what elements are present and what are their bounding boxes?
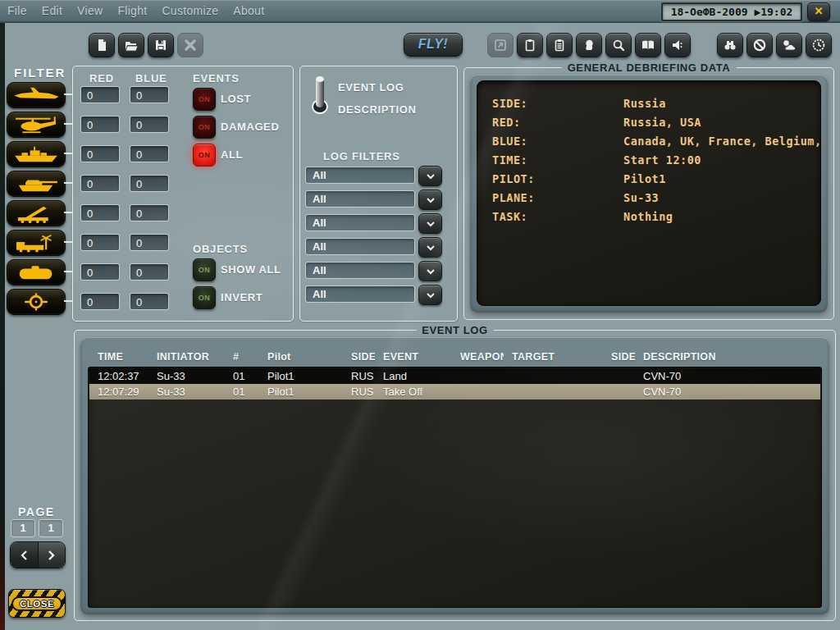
log-filter-2-value[interactable]: All — [305, 190, 415, 208]
objects-showall-label: SHOW ALL — [221, 263, 281, 276]
blue-count-tank[interactable]: 0 — [130, 175, 169, 192]
log-view-description-option[interactable]: DESCRIPTION — [338, 103, 416, 116]
pilot-log-button[interactable] — [576, 33, 602, 57]
objects-invert-label: INVERT — [221, 291, 262, 304]
blue-count-target[interactable]: 0 — [130, 293, 169, 310]
blue-count-ship[interactable]: 0 — [130, 145, 169, 162]
blue-column-header: BLUE — [135, 72, 167, 84]
cell-event: Land — [375, 368, 452, 384]
padlock-view-button[interactable] — [717, 33, 743, 57]
window-close-button[interactable]: ✕ — [807, 2, 830, 21]
log-filter-1-dropdown-button[interactable] — [418, 166, 442, 186]
open-file-button[interactable] — [118, 33, 144, 57]
page-current-field[interactable]: 1 — [11, 519, 35, 537]
red-count-target[interactable]: 0 — [80, 293, 120, 310]
ship-icon — [11, 144, 62, 164]
filter-tank-button[interactable] — [7, 171, 66, 197]
filter-helicopter-button[interactable] — [7, 112, 66, 138]
fly-button[interactable]: FLY! — [404, 33, 463, 57]
filter-ship-button[interactable] — [7, 141, 66, 167]
blue-count-airplane[interactable]: 0 — [130, 86, 169, 103]
log-filter-6-value[interactable]: All — [305, 285, 415, 303]
log-filter-2-dropdown-button[interactable] — [418, 189, 442, 210]
log-filter-1-value[interactable]: All — [305, 167, 415, 184]
new-file-button[interactable] — [89, 33, 115, 57]
events-damaged-toggle[interactable]: ON — [193, 116, 216, 139]
log-filter-4-dropdown-button[interactable] — [418, 237, 442, 258]
col-header-time: TIME — [89, 351, 148, 366]
objects-invert-toggle[interactable]: ON — [193, 286, 216, 309]
new-file-icon — [94, 38, 109, 52]
log-filter-5-dropdown-button[interactable] — [418, 261, 442, 281]
red-count-airplane[interactable]: 0 — [80, 86, 120, 103]
events-all-toggle[interactable]: ON — [193, 144, 216, 167]
filter-fueltank-button[interactable] — [7, 259, 66, 285]
log-filter-3-value[interactable]: All — [305, 214, 415, 231]
weather-button[interactable] — [776, 33, 802, 57]
col-header-target: TARGET — [504, 351, 603, 366]
next-page-button[interactable] — [39, 542, 66, 568]
menu-view[interactable]: View — [70, 4, 110, 17]
menu-file[interactable]: File — [0, 4, 34, 17]
red-count-ship[interactable]: 0 — [80, 145, 120, 162]
filter-target-button[interactable] — [7, 289, 66, 315]
debrief-field-label: PILOT: — [492, 172, 623, 185]
red-count-helicopter[interactable]: 0 — [80, 116, 120, 133]
col-header-weapon: WEAPON — [452, 351, 504, 366]
col-header-pilot: Pilot — [259, 351, 343, 366]
events-section-title: EVENTS — [193, 72, 240, 84]
log-view-eventlog-option[interactable]: EVENT LOG — [338, 81, 404, 94]
chevron-down-icon — [426, 173, 436, 180]
debrief-field-label: PLANE: — [492, 191, 623, 204]
blue-count-helicopter[interactable]: 0 — [130, 116, 169, 133]
debrief-field-label: BLUE: — [492, 135, 623, 148]
restrictions-button[interactable] — [746, 33, 773, 57]
export-track-button — [487, 33, 514, 57]
prev-page-button[interactable] — [11, 542, 39, 568]
menu-flight[interactable]: Flight — [110, 4, 154, 17]
menu-customize[interactable]: Customize — [154, 4, 226, 17]
eventlog-row[interactable]: 12:02:37 Su-33 01 Pilot1 RUS Land CVN-70 — [89, 368, 820, 384]
cell-side: RUS — [343, 384, 375, 399]
time-accel-button[interactable] — [806, 33, 832, 57]
log-filter-3-dropdown-button[interactable] — [418, 213, 442, 234]
blue-count-sam[interactable]: 0 — [130, 204, 169, 221]
col-header-description: DESCRIPTION — [635, 351, 821, 366]
filter-section-label: FILTER — [14, 66, 66, 80]
filter-radar-button[interactable] — [7, 230, 66, 256]
red-count-tank[interactable]: 0 — [80, 175, 120, 192]
close-button-label: CLOSE — [11, 596, 62, 611]
red-count-fueltank[interactable]: 0 — [80, 263, 120, 281]
close-debriefing-button[interactable]: CLOSE — [8, 589, 66, 618]
eventlog-list-area[interactable]: 12:02:37 Su-33 01 Pilot1 RUS Land CVN-70… — [88, 367, 822, 608]
log-filter-5-value[interactable]: All — [305, 262, 415, 279]
filter-sam-button[interactable] — [7, 200, 66, 226]
log-view-toggle-switch[interactable] — [308, 73, 331, 116]
col-header-side: SIDE — [343, 351, 375, 366]
objects-section-title: OBJECTS — [193, 243, 248, 255]
menu-about[interactable]: About — [226, 4, 272, 17]
objects-showall-toggle[interactable]: ON — [193, 258, 216, 281]
blue-count-fueltank[interactable]: 0 — [130, 263, 169, 281]
encyclopedia-button[interactable] — [635, 33, 661, 57]
briefing-button[interactable] — [517, 33, 543, 57]
col-header-event: EVENT — [375, 351, 452, 366]
book-icon — [641, 38, 655, 52]
log-filter-4-value[interactable]: All — [305, 238, 415, 255]
filter-airplane-button[interactable] — [7, 82, 66, 108]
menu-edit[interactable]: Edit — [34, 4, 70, 17]
red-count-radar[interactable]: 0 — [80, 234, 120, 251]
blue-count-radar[interactable]: 0 — [130, 234, 169, 251]
save-button[interactable] — [148, 33, 174, 57]
eventlog-row-selected[interactable]: 12:07:29 Su-33 01 Pilot1 RUS Take Off CV… — [89, 384, 820, 399]
view-zoom-button[interactable] — [605, 33, 632, 57]
debriefing-button[interactable] — [546, 33, 573, 57]
magnifier-icon — [611, 38, 626, 52]
sound-button[interactable] — [664, 33, 691, 57]
red-count-sam[interactable]: 0 — [80, 204, 120, 221]
events-lost-toggle[interactable]: ON — [193, 88, 216, 111]
events-lost-label: LOST — [221, 93, 251, 105]
chevron-down-icon — [426, 197, 436, 203]
log-filter-6-dropdown-button[interactable] — [418, 285, 442, 305]
debriefing-groupbox: GENERAL DEBRIEFING DATA SIDE:Russia RED:… — [463, 67, 834, 320]
